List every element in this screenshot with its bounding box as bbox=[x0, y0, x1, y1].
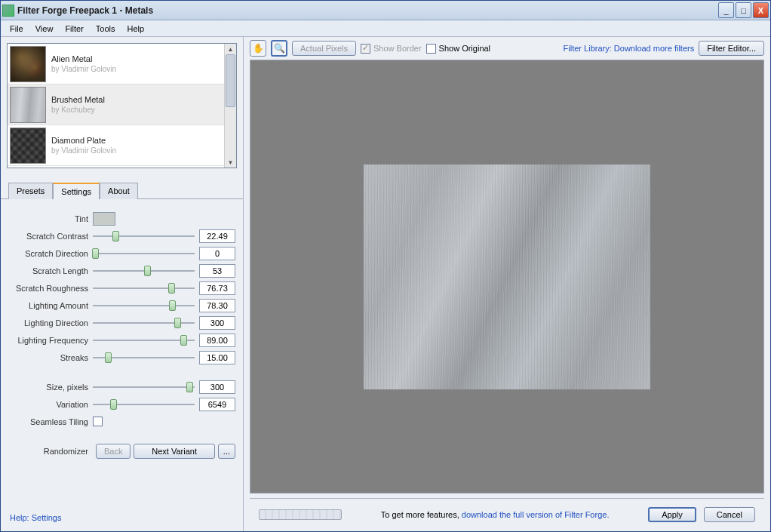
seamless-label: Seamless Tiling bbox=[8, 417, 93, 426]
param-slider[interactable] bbox=[93, 247, 195, 260]
menu-tools[interactable]: Tools bbox=[90, 23, 121, 35]
slider-handle[interactable] bbox=[112, 231, 119, 241]
menu-view[interactable]: View bbox=[29, 23, 60, 35]
slider-handle[interactable] bbox=[169, 300, 176, 311]
param-label: Variation bbox=[8, 400, 93, 409]
param-slider[interactable] bbox=[93, 398, 195, 411]
show-original-label: Show Original bbox=[439, 44, 490, 53]
param-value[interactable]: 0 bbox=[199, 247, 235, 260]
zoom-tool-icon[interactable]: 🔍 bbox=[271, 40, 287, 57]
window-title: Filter Forge Freepack 1 - Metals bbox=[17, 5, 718, 16]
tabs: Presets Settings About bbox=[8, 182, 243, 198]
menubar: File View Filter Tools Help bbox=[1, 20, 770, 37]
app-icon bbox=[2, 5, 14, 17]
param-value[interactable]: 78.30 bbox=[199, 299, 235, 312]
tab-presets[interactable]: Presets bbox=[8, 183, 53, 199]
param-value[interactable]: 22.49 bbox=[199, 229, 235, 243]
titlebar: Filter Forge Freepack 1 - Metals _ □ X bbox=[1, 1, 770, 20]
filter-row[interactable]: Alien Metal by Vladimir Golovin bbox=[8, 44, 224, 85]
download-link[interactable]: download the full version of Filter Forg… bbox=[462, 510, 610, 519]
next-variant-button[interactable]: Next Variant bbox=[134, 444, 214, 459]
randomizer-label: Randomizer bbox=[8, 447, 93, 456]
checkbox-icon: ✓ bbox=[361, 44, 370, 54]
tint-label: Tint bbox=[8, 214, 93, 223]
param-value[interactable]: 300 bbox=[199, 380, 235, 394]
param-label: Streaks bbox=[8, 353, 93, 362]
param-label: Scratch Contrast bbox=[8, 232, 93, 241]
param-label: Size, pixels bbox=[8, 383, 93, 392]
progress-bar bbox=[259, 509, 342, 520]
param-value[interactable]: 300 bbox=[199, 316, 235, 330]
tint-swatch[interactable] bbox=[93, 212, 115, 226]
filter-editor-button[interactable]: Filter Editor... bbox=[699, 41, 764, 56]
filter-list: Alien Metal by Vladimir Golovin Brushed … bbox=[7, 43, 237, 168]
filter-author: by Vladimir Golovin bbox=[51, 146, 116, 155]
maximize-button[interactable]: □ bbox=[736, 2, 751, 18]
help-link[interactable]: Help: Settings bbox=[10, 513, 61, 522]
param-slider[interactable] bbox=[93, 229, 195, 243]
filter-author: by Kochubey bbox=[51, 106, 105, 114]
param-slider[interactable] bbox=[93, 351, 195, 364]
show-original-check[interactable]: Show Original bbox=[426, 44, 490, 54]
filter-name: Brushed Metal bbox=[51, 95, 105, 104]
seamless-checkbox[interactable] bbox=[93, 417, 103, 426]
param-slider[interactable] bbox=[93, 299, 195, 312]
tab-settings[interactable]: Settings bbox=[53, 183, 100, 199]
slider-handle[interactable] bbox=[186, 382, 193, 392]
param-value[interactable]: 89.00 bbox=[199, 334, 235, 347]
tab-about[interactable]: About bbox=[100, 183, 138, 199]
param-value[interactable]: 53 bbox=[199, 264, 235, 278]
filter-thumb bbox=[10, 46, 46, 82]
param-label: Lighting Amount bbox=[8, 301, 93, 310]
apply-button[interactable]: Apply bbox=[648, 507, 696, 522]
preview-image bbox=[364, 165, 650, 389]
preview-toolbar: ✋ 🔍 Actual Pixels ✓ Show Border Show Ori… bbox=[244, 37, 770, 60]
cancel-button[interactable]: Cancel bbox=[704, 507, 755, 522]
param-label: Scratch Length bbox=[8, 266, 93, 275]
param-label: Lighting Direction bbox=[8, 318, 93, 328]
slider-handle[interactable] bbox=[144, 266, 151, 276]
param-slider[interactable] bbox=[93, 334, 195, 347]
hand-tool-icon[interactable]: ✋ bbox=[250, 40, 266, 57]
scroll-down-icon[interactable]: ▼ bbox=[225, 157, 236, 168]
preview-canvas[interactable] bbox=[250, 60, 764, 494]
slider-handle[interactable] bbox=[174, 318, 181, 328]
param-label: Scratch Direction bbox=[8, 249, 93, 258]
param-value[interactable]: 76.73 bbox=[199, 281, 235, 295]
slider-handle[interactable] bbox=[180, 335, 187, 346]
filter-name: Diamond Plate bbox=[51, 136, 116, 145]
filter-row[interactable]: Diamond Plate by Vladimir Golovin bbox=[8, 125, 224, 166]
slider-handle[interactable] bbox=[92, 248, 99, 259]
more-button[interactable]: ... bbox=[218, 444, 235, 459]
param-slider[interactable] bbox=[93, 316, 195, 330]
param-value[interactable]: 6549 bbox=[199, 398, 235, 411]
minimize-button[interactable]: _ bbox=[718, 2, 734, 18]
actual-pixels-button[interactable]: Actual Pixels bbox=[292, 41, 356, 56]
param-slider[interactable] bbox=[93, 281, 195, 295]
menu-help[interactable]: Help bbox=[121, 23, 151, 35]
param-slider[interactable] bbox=[93, 380, 195, 394]
close-button[interactable]: X bbox=[753, 2, 769, 18]
scroll-thumb[interactable] bbox=[226, 54, 235, 107]
settings-panel: Tint Scratch Contrast 22.49Scratch Direc… bbox=[1, 198, 243, 531]
param-label: Lighting Frequency bbox=[8, 336, 93, 345]
filter-thumb bbox=[10, 128, 46, 164]
scrollbar[interactable]: ▲ ▼ bbox=[224, 44, 236, 168]
footer-msg: To get more features, bbox=[381, 510, 462, 519]
slider-handle[interactable] bbox=[105, 352, 112, 363]
slider-handle[interactable] bbox=[110, 399, 117, 410]
filter-row[interactable]: Brushed Metal by Kochubey bbox=[8, 85, 224, 125]
filter-library-link[interactable]: Filter Library: Download more filters bbox=[564, 44, 695, 53]
param-label: Scratch Roughness bbox=[8, 284, 93, 293]
filter-thumb bbox=[10, 87, 46, 123]
show-border-check[interactable]: ✓ Show Border bbox=[361, 44, 422, 54]
filter-name: Alien Metal bbox=[51, 54, 116, 63]
param-value[interactable]: 15.00 bbox=[199, 351, 235, 364]
param-slider[interactable] bbox=[93, 264, 195, 278]
menu-filter[interactable]: Filter bbox=[59, 23, 89, 35]
checkbox-icon bbox=[426, 44, 436, 54]
menu-file[interactable]: File bbox=[4, 23, 29, 35]
scroll-up-icon[interactable]: ▲ bbox=[225, 44, 236, 54]
slider-handle[interactable] bbox=[168, 283, 175, 294]
back-button[interactable]: Back bbox=[96, 444, 131, 459]
